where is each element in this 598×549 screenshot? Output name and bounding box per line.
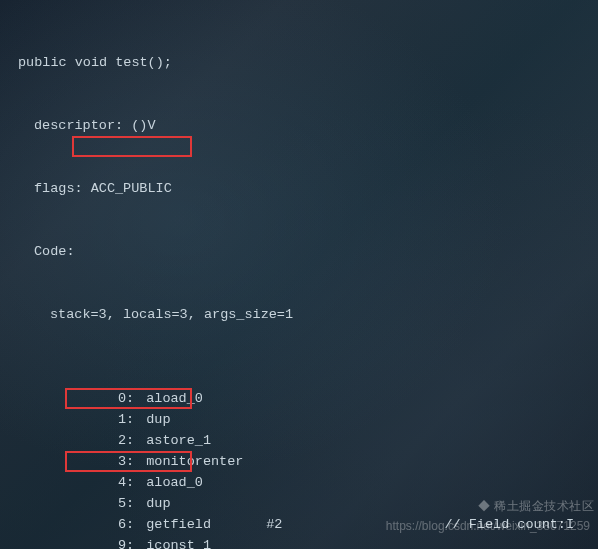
instruction-name: aload_0	[146, 472, 266, 493]
code-label: Code:	[10, 241, 598, 262]
offset-separator: :	[126, 472, 146, 493]
instruction-offset: 3	[96, 451, 126, 472]
method-signature: public void test();	[10, 52, 598, 73]
instruction-name: aload_0	[146, 388, 266, 409]
instruction-name: iconst_1	[146, 535, 266, 549]
instruction-arg: #2	[266, 514, 282, 535]
offset-separator: :	[126, 409, 146, 430]
flags-line: flags: ACC_PUBLIC	[10, 178, 598, 199]
flags-label: flags:	[34, 178, 83, 199]
instruction-name: dup	[146, 493, 266, 514]
bytecode-row: 9: iconst_1	[10, 535, 598, 549]
offset-separator: :	[126, 514, 146, 535]
instruction-offset: 4	[96, 472, 126, 493]
flags-value: ACC_PUBLIC	[91, 178, 172, 199]
offset-separator: :	[126, 430, 146, 451]
bytecode-row: 0: aload_0	[10, 388, 598, 409]
offset-separator: :	[126, 493, 146, 514]
descriptor-value: ()V	[131, 115, 155, 136]
bytecode-row: 2: astore_1	[10, 430, 598, 451]
descriptor-label: descriptor:	[34, 115, 123, 136]
watermark-icon: ◆	[478, 499, 491, 513]
instruction-name: dup	[146, 409, 266, 430]
watermark-brand: ◆ 稀土掘金技术社区	[478, 496, 594, 517]
offset-separator: :	[126, 388, 146, 409]
instruction-name: getfield	[146, 514, 266, 535]
bytecode-row: 1: dup	[10, 409, 598, 430]
instruction-offset: 2	[96, 430, 126, 451]
instruction-offset: 5	[96, 493, 126, 514]
instruction-name: monitorenter	[146, 451, 266, 472]
offset-separator: :	[126, 535, 146, 549]
watermark-url: https://blog.csdn.net/weixin_38071259	[386, 516, 590, 537]
stack-line: stack=3, locals=3, args_size=1	[10, 304, 598, 325]
bytecode-listing: public void test(); descriptor: ()V flag…	[10, 10, 598, 549]
offset-separator: :	[126, 451, 146, 472]
instruction-offset: 0	[96, 388, 126, 409]
bytecode-row: 3: monitorenter	[10, 451, 598, 472]
instruction-offset: 9	[96, 535, 126, 549]
instruction-offset: 1	[96, 409, 126, 430]
instruction-name: astore_1	[146, 430, 266, 451]
instruction-offset: 6	[96, 514, 126, 535]
descriptor-line: descriptor: ()V	[10, 115, 598, 136]
bytecode-row: 4: aload_0	[10, 472, 598, 493]
